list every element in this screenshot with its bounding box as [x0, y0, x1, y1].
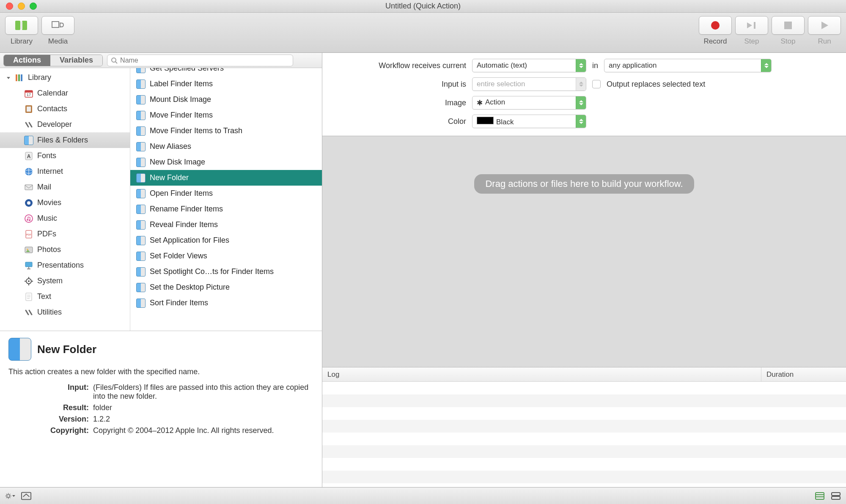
action-row[interactable]: Rename Finder Items	[130, 201, 322, 217]
sidebar-item[interactable]: Developer	[0, 117, 130, 132]
minimize-window-button[interactable]	[18, 3, 25, 10]
action-row[interactable]: New Folder	[130, 170, 322, 186]
sidebar-item[interactable]: Presentations	[0, 257, 130, 273]
toolbar: Library Media Record Step	[0, 13, 846, 53]
action-row[interactable]: Sort Finder Items	[130, 295, 322, 311]
sidebar-item[interactable]: Utilities	[0, 304, 130, 320]
finder-icon	[136, 205, 146, 214]
action-label: Rename Finder Items	[150, 205, 223, 214]
stop-icon	[783, 20, 793, 30]
info-title: New Folder	[37, 343, 96, 356]
in-select[interactable]: any application	[604, 59, 772, 72]
action-row[interactable]: Open Finder Items	[130, 186, 322, 201]
search-field[interactable]	[107, 55, 293, 66]
list-view-icon[interactable]	[831, 491, 841, 501]
action-row[interactable]: Set Application for Files	[130, 233, 322, 248]
finder-icon	[136, 252, 146, 261]
sidebar-item[interactable]: PDFPDFs	[0, 226, 130, 242]
book-icon	[14, 20, 29, 31]
sidebar-item[interactable]: Movies	[0, 195, 130, 211]
sidebar-item[interactable]: 17Calendar	[0, 85, 130, 101]
tab-variables[interactable]: Variables	[50, 55, 102, 66]
log-row	[322, 458, 846, 471]
record-button[interactable]: Record	[699, 16, 732, 46]
sidebar-item[interactable]: Files & Folders	[0, 132, 130, 148]
svg-rect-55	[816, 493, 824, 499]
action-row[interactable]: Set Spotlight Co…ts for Finder Items	[130, 264, 322, 279]
action-row[interactable]: New Disk Image	[130, 154, 322, 170]
media-button[interactable]: Media	[41, 16, 74, 46]
sidebar-item[interactable]: Internet	[0, 164, 130, 179]
action-row[interactable]: Get Specified Servers	[130, 68, 322, 76]
log-row	[322, 394, 846, 407]
sidebar-item[interactable]: Music	[0, 211, 130, 226]
image-label: Image	[339, 99, 466, 107]
info-copyright-label: Copyright:	[8, 426, 89, 435]
search-input[interactable]	[120, 57, 289, 64]
action-row[interactable]: Label Finder Items	[130, 76, 322, 92]
output-replaces-checkbox[interactable]	[592, 80, 601, 88]
sidebar-item[interactable]: Photos	[0, 242, 130, 257]
svg-line-52	[6, 497, 7, 498]
finder-icon	[136, 142, 146, 151]
receives-select[interactable]: Automatic (text)	[472, 59, 586, 72]
color-select[interactable]: Black	[472, 115, 586, 128]
svg-point-36	[28, 280, 30, 282]
sidebar-item[interactable]: Contacts	[0, 101, 130, 117]
search-icon	[111, 57, 118, 64]
tab-actions[interactable]: Actions	[4, 55, 50, 66]
sidebar-item[interactable]: Mail	[0, 179, 130, 195]
step-button[interactable]: Step	[735, 16, 768, 46]
action-label: New Aliases	[150, 142, 191, 151]
svg-line-51	[10, 497, 10, 498]
category-icon	[24, 292, 34, 302]
svg-rect-5	[754, 22, 755, 29]
finder-icon	[136, 267, 146, 277]
log-row	[322, 407, 846, 420]
duration-column-header[interactable]: Duration	[761, 367, 846, 381]
svg-rect-1	[22, 21, 27, 30]
zoom-window-button[interactable]	[30, 3, 37, 10]
svg-rect-9	[16, 74, 17, 81]
svg-rect-0	[15, 21, 20, 30]
svg-line-53	[10, 494, 10, 494]
category-icon	[24, 307, 34, 318]
action-label: New Folder	[150, 173, 189, 182]
toggle-info-pane[interactable]	[21, 491, 31, 501]
run-button[interactable]: Run	[808, 16, 841, 46]
action-row[interactable]: New Aliases	[130, 139, 322, 154]
stop-button[interactable]: Stop	[772, 16, 805, 46]
close-window-button[interactable]	[6, 3, 13, 10]
category-icon: 17	[24, 88, 34, 99]
action-row[interactable]: Move Finder Items to Trash	[130, 123, 322, 139]
action-row[interactable]: Mount Disk Image	[130, 92, 322, 107]
info-pane: New Folder This action creates a new fol…	[0, 331, 322, 487]
sidebar-item[interactable]: System	[0, 273, 130, 289]
action-row[interactable]: Move Finder Items	[130, 107, 322, 123]
finder-icon	[136, 68, 146, 73]
category-icon	[24, 182, 34, 192]
action-row[interactable]: Set Folder Views	[130, 248, 322, 264]
category-icon	[24, 120, 34, 130]
category-icon	[24, 245, 34, 255]
svg-text:17: 17	[27, 93, 31, 97]
input-is-label: Input is	[339, 80, 466, 89]
action-row[interactable]: Set the Desktop Picture	[130, 279, 322, 295]
category-icon: A	[24, 151, 34, 161]
sidebar-item[interactable]: AFonts	[0, 148, 130, 164]
sidebar-item-library-root[interactable]: Library	[0, 70, 130, 85]
action-row[interactable]: Reveal Finder Items	[130, 217, 322, 233]
library-button[interactable]: Library	[5, 16, 38, 46]
sidebar-item-label: PDFs	[37, 230, 56, 238]
sidebar-item[interactable]: Text	[0, 289, 130, 304]
workflow-canvas[interactable]: Drag actions or files here to build your…	[322, 136, 846, 367]
statusbar	[0, 487, 846, 504]
gear-menu[interactable]	[5, 491, 15, 501]
image-select[interactable]: ✱Action	[472, 96, 586, 110]
flow-view-icon[interactable]	[815, 491, 825, 501]
disclosure-triangle-icon[interactable]	[6, 75, 11, 80]
log-column-header[interactable]: Log	[322, 367, 761, 381]
input-is-select: entire selection	[472, 77, 586, 91]
info-result-label: Result:	[8, 403, 89, 412]
info-version-label: Version:	[8, 415, 89, 424]
